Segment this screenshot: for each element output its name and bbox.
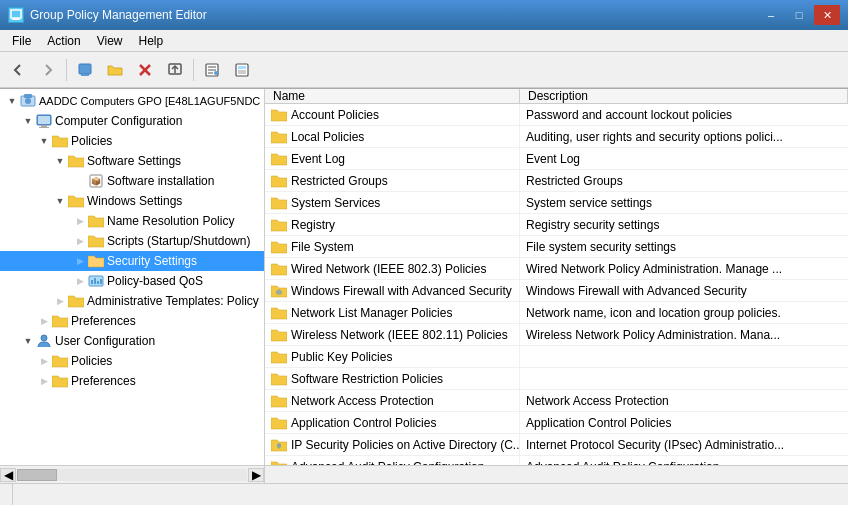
list-scrollbar-h[interactable]: [265, 466, 848, 483]
list-item[interactable]: Windows Firewall with Advanced Security …: [265, 280, 848, 302]
user-icon: [36, 333, 52, 349]
back-button[interactable]: [4, 56, 32, 84]
expander-ws[interactable]: ▼: [52, 191, 68, 211]
list-item[interactable]: IP Security Policies on Active Directory…: [265, 434, 848, 456]
item-name: IP Security Policies on Active Directory…: [291, 438, 520, 452]
security-settings-label: Security Settings: [107, 254, 197, 268]
expander-uc[interactable]: ▼: [20, 331, 36, 351]
row-icon: [271, 327, 287, 343]
tree-software-settings[interactable]: ▼ Software Settings: [0, 151, 264, 171]
policies-uc-label: Policies: [71, 354, 112, 368]
list-item[interactable]: Advanced Audit Policy Configuration Adva…: [265, 456, 848, 465]
software-install-icon: 📦: [88, 173, 104, 189]
expander-pol-uc[interactable]: ▶: [36, 351, 52, 371]
list-item[interactable]: Wireless Network (IEEE 802.11) Policies …: [265, 324, 848, 346]
scroll-thumb[interactable]: [17, 469, 57, 481]
row-icon: [271, 371, 287, 387]
svg-rect-4: [81, 74, 89, 76]
item-name: Account Policies: [291, 108, 379, 122]
expander-sc[interactable]: ▶: [72, 231, 88, 251]
window-controls[interactable]: – □ ✕: [758, 5, 840, 25]
cell-name: Application Control Policies: [265, 412, 520, 433]
folder-button[interactable]: [101, 56, 129, 84]
list-item[interactable]: Local Policies Auditing, user rights and…: [265, 126, 848, 148]
tree-admin-templates[interactable]: ▶ Administrative Templates: Policy: [0, 291, 264, 311]
menu-file[interactable]: File: [4, 32, 39, 50]
folder-ws-icon: [68, 193, 84, 209]
scroll-right-btn[interactable]: ▶: [248, 468, 264, 482]
item-name: Application Control Policies: [291, 416, 436, 430]
col-header-name[interactable]: Name: [265, 89, 520, 103]
tree-scripts[interactable]: ▶ Scripts (Startup/Shutdown): [0, 231, 264, 251]
policy-qos-label: Policy-based QoS: [107, 274, 203, 288]
tree-software-install[interactable]: ▶ 📦 Software installation: [0, 171, 264, 191]
security-settings-icon: [88, 253, 104, 269]
list-item[interactable]: Restricted Groups Restricted Groups: [265, 170, 848, 192]
scroll-left-btn[interactable]: ◀: [0, 468, 16, 482]
item-desc: Windows Firewall with Advanced Security: [526, 284, 747, 298]
expander-si[interactable]: ▶: [72, 171, 88, 191]
maximize-button[interactable]: □: [786, 5, 812, 25]
expander-cc[interactable]: ▼: [20, 111, 36, 131]
tree-security-settings[interactable]: ▶ Security Settings: [0, 251, 264, 271]
cell-desc: Application Control Policies: [520, 412, 848, 433]
list-item[interactable]: Wired Network (IEEE 802.3) Policies Wire…: [265, 258, 848, 280]
list-item[interactable]: Public Key Policies: [265, 346, 848, 368]
name-resolution-label: Name Resolution Policy: [107, 214, 234, 228]
cell-desc: [520, 346, 848, 367]
tree-computer-config[interactable]: ▼ Computer Configuration: [0, 111, 264, 131]
list-item[interactable]: Software Restriction Policies: [265, 368, 848, 390]
list-item[interactable]: Network Access Protection Network Access…: [265, 390, 848, 412]
expander-nr[interactable]: ▶: [72, 211, 88, 231]
list-item[interactable]: Account Policies Password and account lo…: [265, 104, 848, 126]
cell-desc: Auditing, user rights and security optio…: [520, 126, 848, 147]
tree-policy-qos[interactable]: ▶ Policy-based QoS: [0, 271, 264, 291]
list-item[interactable]: Network List Manager Policies Network na…: [265, 302, 848, 324]
expander-at[interactable]: ▶: [52, 291, 68, 311]
tree-scrollbar[interactable]: ◀ ▶: [0, 466, 265, 483]
expander-root[interactable]: ▼: [4, 91, 20, 111]
expander-prefs-uc[interactable]: ▶: [36, 371, 52, 391]
details-button[interactable]: [228, 56, 256, 84]
menu-action[interactable]: Action: [39, 32, 88, 50]
tree-policies-uc[interactable]: ▶ Policies: [0, 351, 264, 371]
export-button[interactable]: [161, 56, 189, 84]
scroll-track[interactable]: [17, 469, 247, 481]
policies-cc-label: Policies: [71, 134, 112, 148]
list-item[interactable]: Event Log Event Log: [265, 148, 848, 170]
tree-user-config[interactable]: ▼ User Configuration: [0, 331, 264, 351]
col-header-description[interactable]: Description: [520, 89, 848, 103]
tree-policies-cc[interactable]: ▼ Policies: [0, 131, 264, 151]
expander-ss[interactable]: ▶: [72, 251, 88, 271]
cell-desc: Event Log: [520, 148, 848, 169]
menu-view[interactable]: View: [89, 32, 131, 50]
forward-button[interactable]: [34, 56, 62, 84]
list-item[interactable]: Application Control Policies Application…: [265, 412, 848, 434]
item-desc: Wired Network Policy Administration. Man…: [526, 262, 782, 276]
expander-qos[interactable]: ▶: [72, 271, 88, 291]
list-item[interactable]: File System File system security setting…: [265, 236, 848, 258]
list-item[interactable]: Registry Registry security settings: [265, 214, 848, 236]
svg-rect-24: [38, 116, 50, 124]
close-button[interactable]: ✕: [814, 5, 840, 25]
properties-button[interactable]: [198, 56, 226, 84]
row-icon: [271, 217, 287, 233]
svg-point-32: [41, 335, 47, 341]
delete-button[interactable]: [131, 56, 159, 84]
tree-name-resolution[interactable]: ▶ Name Resolution Policy: [0, 211, 264, 231]
tree-windows-settings[interactable]: ▼ Windows Settings: [0, 191, 264, 211]
minimize-button[interactable]: –: [758, 5, 784, 25]
svg-point-20: [25, 98, 31, 104]
list-item[interactable]: System Services System service settings: [265, 192, 848, 214]
tree-prefs-uc[interactable]: ▶ Preferences: [0, 371, 264, 391]
expander-prefs-cc[interactable]: ▶: [36, 311, 52, 331]
tree-root[interactable]: ▼ AADDC Computers GPO [E48L1AGUF5NDC: [0, 91, 264, 111]
cell-name: Event Log: [265, 148, 520, 169]
tree-panel[interactable]: ▼ AADDC Computers GPO [E48L1AGUF5NDC ▼ C…: [0, 89, 265, 465]
expander-sw[interactable]: ▼: [52, 151, 68, 171]
up-button[interactable]: [71, 56, 99, 84]
toolbar-separator-1: [66, 59, 67, 81]
menu-help[interactable]: Help: [131, 32, 172, 50]
tree-prefs-cc[interactable]: ▶ Preferences: [0, 311, 264, 331]
expander-pol-cc[interactable]: ▼: [36, 131, 52, 151]
